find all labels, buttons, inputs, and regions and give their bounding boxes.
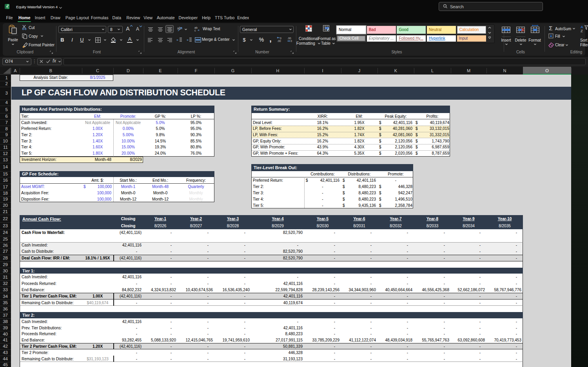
svg-text:.00: .00 (287, 37, 291, 40)
svg-text:.00: .00 (277, 40, 281, 42)
svg-text:0: 0 (280, 37, 281, 40)
svg-text:Z: Z (581, 29, 583, 33)
svg-text:ab: ab (194, 26, 198, 29)
svg-text:c: c (194, 29, 196, 32)
